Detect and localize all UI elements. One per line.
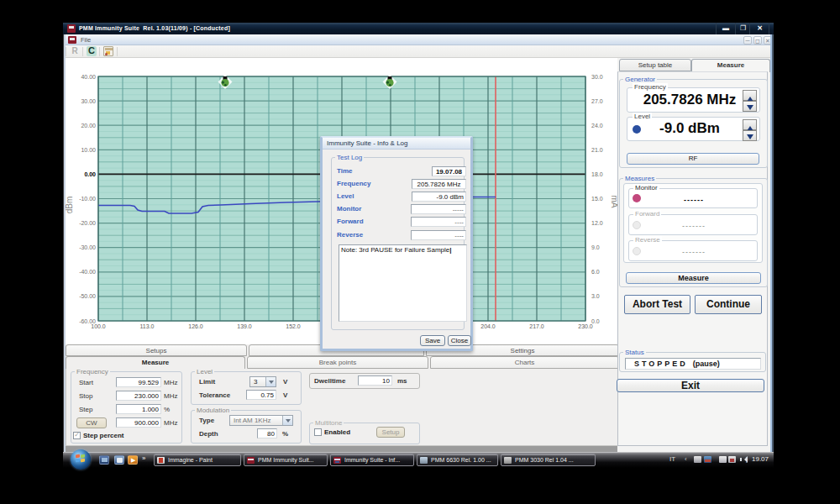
- svg-text:152.0: 152.0: [286, 323, 301, 329]
- svg-text:-50.00: -50.00: [79, 293, 96, 299]
- svg-text:21.0: 21.0: [591, 147, 603, 153]
- svg-text:15.0: 15.0: [591, 196, 603, 202]
- svg-text:40.00: 40.00: [81, 74, 96, 80]
- svg-text:139.0: 139.0: [237, 323, 252, 329]
- svg-text:3.0: 3.0: [591, 293, 600, 299]
- svg-text:6.0: 6.0: [591, 269, 600, 275]
- svg-text:9.0: 9.0: [591, 244, 600, 250]
- svg-text:30.00: 30.00: [81, 98, 96, 104]
- svg-text:12.0: 12.0: [591, 220, 603, 226]
- svg-text:-30.00: -30.00: [79, 244, 96, 250]
- svg-text:204.0: 204.0: [480, 323, 496, 329]
- svg-text:113.0: 113.0: [140, 323, 155, 329]
- svg-text:100.0: 100.0: [91, 323, 106, 329]
- svg-text:-20.00: -20.00: [79, 220, 96, 226]
- svg-text:20.00: 20.00: [81, 123, 96, 129]
- svg-text:24.0: 24.0: [591, 123, 603, 129]
- svg-text:27.0: 27.0: [591, 98, 603, 104]
- svg-text:-40.00: -40.00: [79, 269, 96, 275]
- svg-text:-10.00: -10.00: [79, 196, 96, 202]
- svg-text:dBm: dBm: [66, 197, 74, 214]
- svg-text:126.0: 126.0: [188, 323, 203, 329]
- svg-text:10.00: 10.00: [81, 147, 96, 153]
- svg-text:30.0: 30.0: [591, 74, 603, 80]
- svg-text:230.0: 230.0: [578, 323, 593, 329]
- svg-text:18.0: 18.0: [591, 171, 603, 177]
- svg-text:0.00: 0.00: [84, 171, 96, 177]
- svg-text:217.0: 217.0: [529, 323, 544, 329]
